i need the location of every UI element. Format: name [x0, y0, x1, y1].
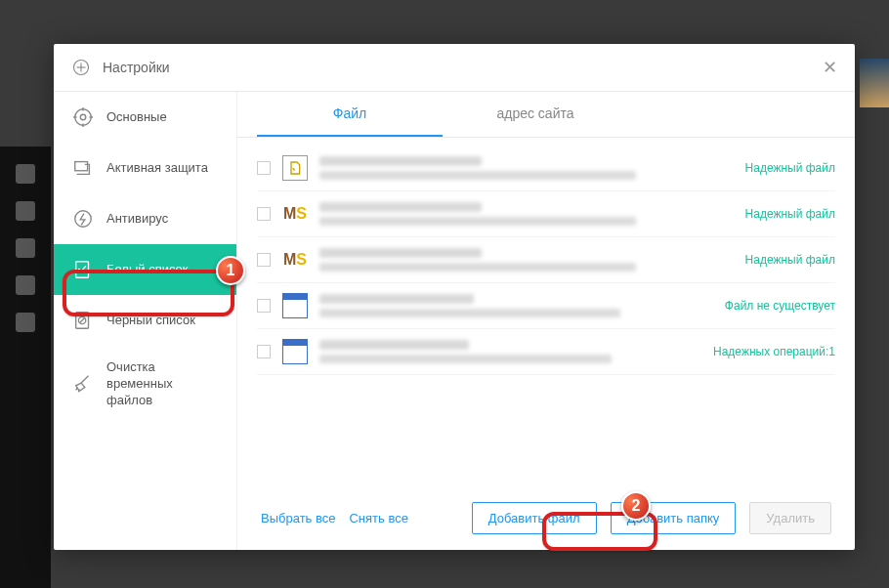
- svg-line-14: [79, 317, 85, 323]
- sidebar-item-cleanup[interactable]: Очистка временных файлов: [54, 346, 236, 423]
- sidebar-item-label: Активная защита: [106, 160, 219, 177]
- bolt-icon: [71, 207, 95, 231]
- svg-line-17: [78, 390, 79, 393]
- settings-dialog: Настройки ✕ Основные Активная защита Ант…: [54, 44, 855, 550]
- file-info: [319, 340, 694, 363]
- tab-file[interactable]: Файл: [257, 92, 443, 137]
- status-badge: Файл не существует: [725, 299, 835, 313]
- svg-point-3: [80, 114, 86, 120]
- sidebar-item-label: Белый список: [106, 262, 219, 278]
- sidebar-item-antivirus[interactable]: Антивирус: [54, 193, 236, 244]
- row-checkbox[interactable]: [257, 253, 271, 267]
- file-info: [319, 248, 726, 272]
- file-type-icon: MS: [282, 201, 308, 227]
- svg-line-15: [81, 376, 88, 383]
- dialog-header: Настройки ✕: [54, 44, 855, 92]
- tab-site[interactable]: адрес сайта: [443, 92, 628, 137]
- list-block-icon: [71, 309, 95, 332]
- file-type-icon: [282, 339, 308, 364]
- list-check-icon: [71, 258, 95, 281]
- row-checkbox[interactable]: [257, 207, 271, 221]
- sidebar-item-general[interactable]: Основные: [54, 92, 236, 143]
- list-item: Надежных операций:1: [257, 329, 835, 375]
- file-type-icon: MS: [282, 247, 308, 273]
- list-item: Надежный файл: [257, 146, 835, 191]
- svg-point-4: [75, 109, 92, 126]
- list-item: Файл не существует: [257, 283, 835, 329]
- sidebar-item-label: Черный список: [106, 313, 219, 329]
- tabs: Файл адрес сайта: [237, 92, 855, 138]
- file-type-icon: [282, 293, 308, 318]
- sidebar: Основные Активная защита Антивирус Белый…: [54, 92, 237, 550]
- footer: Выбрать все Снять все Добавить файл Доба…: [237, 486, 855, 550]
- sidebar-item-protection[interactable]: Активная защита: [54, 143, 236, 193]
- sidebar-item-whitelist[interactable]: Белый список: [54, 244, 236, 295]
- row-checkbox[interactable]: [257, 161, 271, 175]
- broom-icon: [71, 372, 95, 396]
- row-checkbox[interactable]: [257, 299, 271, 313]
- file-info: [319, 294, 705, 317]
- close-button[interactable]: ✕: [820, 57, 839, 78]
- svg-point-10: [75, 211, 92, 228]
- row-checkbox[interactable]: [257, 345, 271, 358]
- sidebar-item-label: Основные: [106, 109, 219, 126]
- status-badge: Надежный файл: [745, 161, 835, 175]
- sidebar-item-label: Антивирус: [106, 211, 219, 228]
- svg-line-16: [76, 388, 78, 391]
- status-badge: Надежный файл: [745, 253, 835, 267]
- select-all-link[interactable]: Выбрать все: [261, 511, 335, 525]
- main-panel: Файл адрес сайта Надежный файл MS Надежн…: [237, 92, 855, 550]
- sidebar-item-label: Очистка временных файлов: [106, 359, 219, 409]
- list-item: MS Надежный файл: [257, 191, 835, 237]
- add-folder-button[interactable]: Добавить папку: [611, 502, 737, 534]
- settings-icon: [69, 56, 93, 79]
- file-info: [319, 202, 726, 226]
- delete-button[interactable]: Удалить: [749, 502, 831, 534]
- list-item: MS Надежный файл: [257, 237, 835, 283]
- status-badge: Надежный файл: [745, 207, 835, 221]
- sidebar-item-blacklist[interactable]: Черный список: [54, 295, 236, 346]
- file-info: [319, 156, 726, 180]
- gear-icon: [71, 105, 95, 129]
- file-list: Надежный файл MS Надежный файл MS Надежн…: [237, 138, 855, 486]
- svg-rect-9: [75, 162, 88, 171]
- deselect-all-link[interactable]: Снять все: [349, 511, 407, 525]
- shield-check-icon: [71, 156, 95, 180]
- file-type-icon: [282, 155, 308, 181]
- add-file-button[interactable]: Добавить файл: [472, 502, 597, 534]
- status-badge: Надежных операций:1: [713, 345, 835, 358]
- dialog-title: Настройки: [103, 60, 170, 75]
